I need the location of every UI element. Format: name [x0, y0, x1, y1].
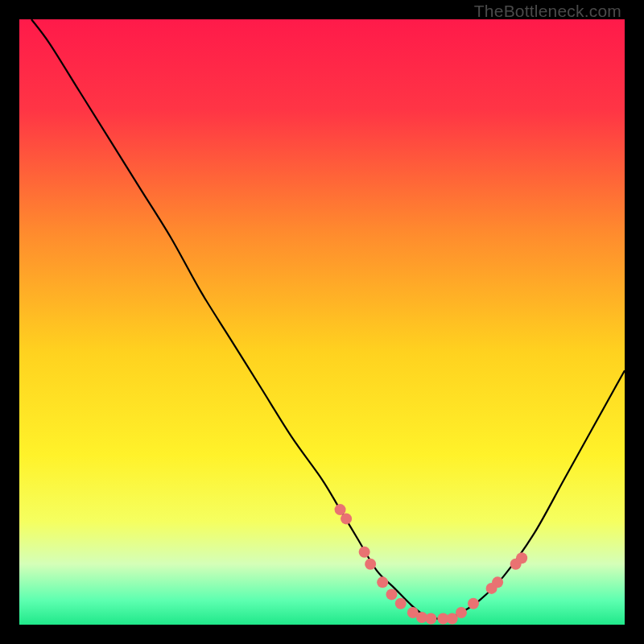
chart-frame — [19, 19, 625, 625]
marker-dot — [377, 576, 388, 588]
marker-dot — [492, 576, 503, 588]
bottleneck-chart — [19, 19, 625, 625]
plot-area — [19, 19, 625, 625]
marker-dot — [425, 613, 436, 624]
marker-dot — [456, 607, 467, 618]
marker-dot — [386, 588, 397, 600]
watermark-text: TheBottleneck.com — [474, 2, 621, 21]
marker-dot — [468, 598, 479, 609]
marker-dot — [516, 552, 527, 564]
marker-dot — [365, 559, 376, 570]
marker-dot — [341, 513, 352, 524]
marker-dot — [359, 547, 370, 558]
marker-dot — [395, 598, 407, 609]
